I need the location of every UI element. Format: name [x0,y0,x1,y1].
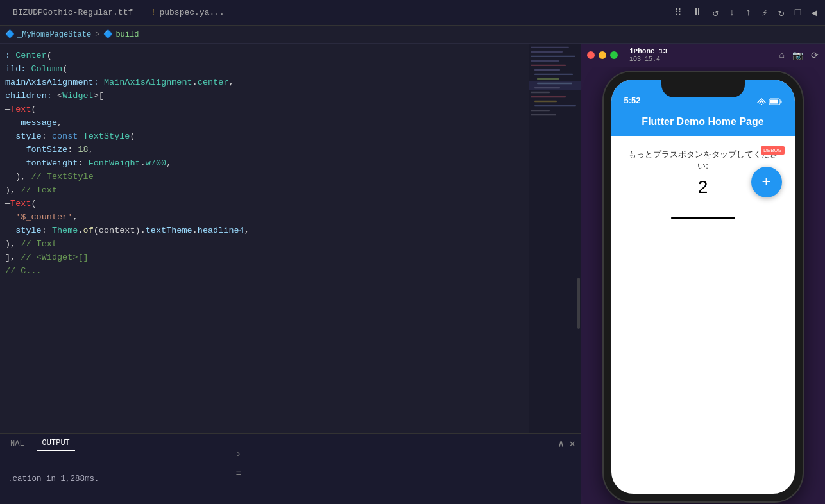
svg-rect-11 [531,92,550,93]
panel-icon-2: ≡ [236,468,241,478]
close-icon[interactable]: ✕ [569,437,575,450]
toolbar-upload-icon[interactable]: ↑ [743,6,754,20]
code-line-5: —Text( [0,103,529,116]
breadcrumb: 🔷 _MyHomePageState > 🔷 build [0,26,825,44]
code-line-4: children: <Widget>[ [0,89,529,103]
code-editor[interactable]: : Center( ild: Column( mainAxisAlignment… [0,44,581,433]
toolbar-pause-icon[interactable]: ⏸ [690,5,705,20]
toolbar-reload-icon[interactable]: ↺ [710,5,722,21]
code-panel: : Center( ild: Column( mainAxisAlignment… [0,44,581,504]
tab-bizud-label: BIZUDPGothic-Regular.ttf [13,8,133,17]
code-line-6: _message, [0,116,529,130]
svg-rect-21 [770,99,778,103]
svg-rect-17 [529,81,581,90]
code-line-14: style: Theme.of(context).textTheme.headl… [0,224,529,237]
toolbar-download-icon[interactable]: ↓ [726,6,738,20]
code-line-8: fontSize: 18, [0,143,529,156]
panel-expand-right[interactable]: › [236,449,241,459]
code-line-7: style: const TextStyle( [0,130,529,143]
tab-terminal[interactable]: NAL [5,437,30,451]
tab-pubspec-label: pubspec.ya... [159,8,224,17]
svg-rect-20 [780,100,781,103]
screenshot-icon[interactable]: 📷 [792,50,803,61]
code-line-12: —Text( [0,197,529,210]
debug-badge: DEBUG [761,146,784,155]
svg-rect-3 [531,56,575,57]
output-content: .cation in 1,288ms. [0,453,581,504]
simulator-panel: iPhone 13 iOS 15.4 ⌂ 📷 ⟳ 5:52 [581,44,825,504]
home-area [611,210,795,227]
scrollbar-thumb[interactable] [577,278,580,329]
app-title: Flutter Demo Home Page [642,116,763,128]
code-line-3: mainAxisAlignment: MainAxisAlignment.cen… [0,76,529,89]
tab-bizud[interactable]: BIZUDPGothic-Regular.ttf [5,3,140,23]
traffic-light-green[interactable] [610,51,618,59]
svg-rect-12 [531,96,566,97]
breadcrumb-class-name: _MyHomePageState [17,30,91,39]
traffic-light-red[interactable] [587,51,595,59]
rotate-icon[interactable]: ⟳ [811,50,819,61]
code-line-11: ), // Text [0,183,529,197]
fab-icon: + [761,174,770,191]
svg-point-18 [760,104,761,105]
app-content: DEBUG もっとプラスボタンをタップしてください: 2 + [611,136,795,210]
toolbar-loop-icon[interactable]: ↻ [776,5,787,21]
svg-rect-1 [531,47,569,48]
code-content: : Center( ild: Column( mainAxisAlignment… [0,44,529,433]
breadcrumb-class-icon: 🔷 [5,29,15,39]
home-icon[interactable]: ⌂ [779,50,785,61]
app-counter: 2 [698,177,708,197]
svg-rect-15 [531,110,550,111]
warn-icon: ! [151,8,155,17]
device-name: iPhone 13 [629,47,667,55]
toolbar-grid-icon[interactable]: ⠿ [672,5,685,21]
code-line-2: ild: Column( [0,62,529,76]
status-icons [756,97,782,105]
svg-rect-16 [531,114,556,115]
code-line-16: ], // <Widget>[] [0,251,529,264]
breadcrumb-method-name: build [115,30,139,39]
expand-icon[interactable]: ∧ [558,437,565,450]
svg-rect-2 [531,51,563,53]
simulator-toolbar: ⌂ 📷 ⟳ [779,50,819,61]
status-time: 5:52 [624,96,641,105]
wifi-icon [756,97,767,105]
traffic-light-yellow[interactable] [599,51,606,59]
bottom-tab-bar: NAL OUTPUT ∧ ✕ [0,434,581,453]
code-line-10: ), // TextStyle [0,170,529,183]
bottom-panel-controls: ∧ ✕ [558,437,575,450]
breadcrumb-separator: > [95,30,99,39]
svg-rect-5 [531,65,566,66]
code-line-9: fontWeight: FontWeight.w700, [0,156,529,170]
svg-rect-4 [531,60,559,62]
battery-icon [769,98,782,105]
toolbar-square-icon[interactable]: □ [792,6,804,20]
breadcrumb-method-icon: 🔷 [103,29,113,39]
code-editor-wrapper: : Center( ild: Column( mainAxisAlignment… [0,44,581,433]
iphone-body: 5:52 [604,72,803,501]
iphone-notch [661,80,745,97]
main-area: : Center( ild: Column( mainAxisAlignment… [0,44,825,504]
home-indicator [671,217,735,219]
bottom-panel: NAL OUTPUT ∧ ✕ .cation in 1,288ms. › ≡ [0,433,581,504]
os-version: iOS 15.4 [629,56,660,63]
code-line-15: ), // Text [0,237,529,251]
svg-rect-14 [534,105,576,106]
tab-output[interactable]: OUTPUT [37,436,75,451]
tab-bar: BIZUDPGothic-Regular.ttf ! pubspec.ya...… [0,0,825,26]
output-text: .cation in 1,288ms. [8,475,99,483]
toolbar-back-icon[interactable]: ◀ [808,5,820,21]
toolbar: ⠿ ⏸ ↺ ↓ ↑ ⚡ ↻ □ ◀ [672,5,820,21]
iphone-screen: 5:52 [611,80,795,494]
device-info: iPhone 13 iOS 15.4 [629,47,667,63]
code-line-13: '$_counter', [0,210,529,224]
scrollbar[interactable] [575,44,581,433]
minimap [529,44,581,433]
toolbar-lightning-icon[interactable]: ⚡ [759,5,770,21]
app-bar: Flutter Demo Home Page [611,108,795,136]
code-line-17: // C... [0,264,529,278]
simulator-window-bar: iPhone 13 iOS 15.4 ⌂ 📷 ⟳ [581,44,825,67]
tab-pubspec[interactable]: ! pubspec.ya... [143,3,232,23]
fab-button[interactable]: + [751,167,782,197]
svg-rect-6 [534,69,560,71]
